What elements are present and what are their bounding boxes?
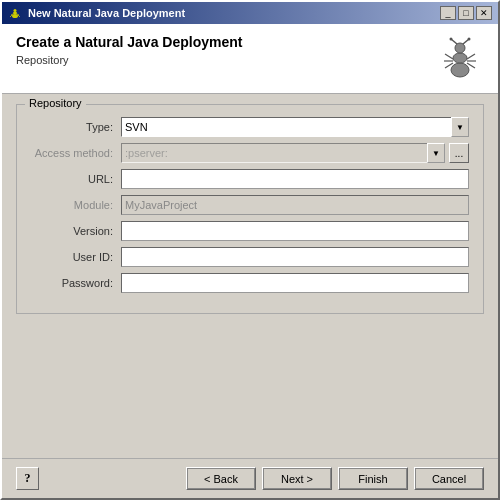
svg-line-3 [10,15,12,17]
version-input[interactable] [121,221,469,241]
url-control-wrap [121,169,469,189]
module-label: Module: [31,199,121,211]
header-text: Create a Natural Java Deployment Reposit… [16,34,242,66]
userid-input[interactable] [121,247,469,267]
page-title: Create a Natural Java Deployment [16,34,242,50]
type-control-wrap: SVN CVS Git ▼ [121,117,469,137]
access-method-button[interactable]: ... [449,143,469,163]
title-bar-icon [8,6,22,20]
repository-group: Repository Type: SVN CVS Git ▼ [16,104,484,314]
title-bar-left: New Natural Java Deployment [8,6,185,20]
svg-line-14 [445,54,453,59]
header-icon-area [436,34,484,82]
access-method-label: Access method: [31,147,121,159]
content-area: Repository Type: SVN CVS Git ▼ [2,94,498,458]
footer-right: < Back Next > Finish Cancel [186,467,484,490]
cancel-button[interactable]: Cancel [414,467,484,490]
svg-line-17 [467,54,475,59]
next-button[interactable]: Next > [262,467,332,490]
userid-control-wrap [121,247,469,267]
module-control-wrap [121,195,469,215]
svg-point-8 [453,53,467,63]
ant-icon [436,34,484,82]
svg-point-0 [12,14,18,18]
module-input[interactable] [121,195,469,215]
svg-point-12 [450,38,453,41]
finish-button[interactable]: Finish [338,467,408,490]
main-window: New Natural Java Deployment _ □ ✕ Create… [0,0,500,500]
userid-row: User ID: [31,247,469,267]
type-row: Type: SVN CVS Git ▼ [31,117,469,137]
header: Create a Natural Java Deployment Reposit… [2,24,498,94]
type-label: Type: [31,121,121,133]
svg-line-5 [18,15,20,17]
type-select[interactable]: SVN CVS Git [121,117,469,137]
password-input[interactable] [121,273,469,293]
password-row: Password: [31,273,469,293]
footer: ? < Back Next > Finish Cancel [2,458,498,498]
url-input[interactable] [121,169,469,189]
type-select-wrap: SVN CVS Git ▼ [121,117,469,137]
password-control-wrap [121,273,469,293]
minimize-button[interactable]: _ [440,6,456,20]
page-subtitle: Repository [16,54,242,66]
help-button[interactable]: ? [16,467,39,490]
url-row: URL: [31,169,469,189]
access-method-control-wrap: :pserver: ▼ ... [121,143,469,163]
version-row: Version: [31,221,469,241]
footer-left: ? [16,467,39,490]
close-button[interactable]: ✕ [476,6,492,20]
access-method-select[interactable]: :pserver: [121,143,445,163]
password-label: Password: [31,277,121,289]
version-label: Version: [31,225,121,237]
url-label: URL: [31,173,121,185]
svg-point-7 [451,63,469,77]
title-bar-controls: _ □ ✕ [440,6,492,20]
title-bar: New Natural Java Deployment _ □ ✕ [2,2,498,24]
module-row: Module: [31,195,469,215]
group-box-legend: Repository [25,97,86,109]
access-method-row: Access method: :pserver: ▼ ... [31,143,469,163]
title-bar-title: New Natural Java Deployment [28,7,185,19]
userid-label: User ID: [31,251,121,263]
maximize-button[interactable]: □ [458,6,474,20]
version-control-wrap [121,221,469,241]
back-button[interactable]: < Back [186,467,256,490]
access-method-select-wrap: :pserver: ▼ [121,143,445,163]
svg-point-2 [14,9,17,12]
svg-point-13 [468,38,471,41]
